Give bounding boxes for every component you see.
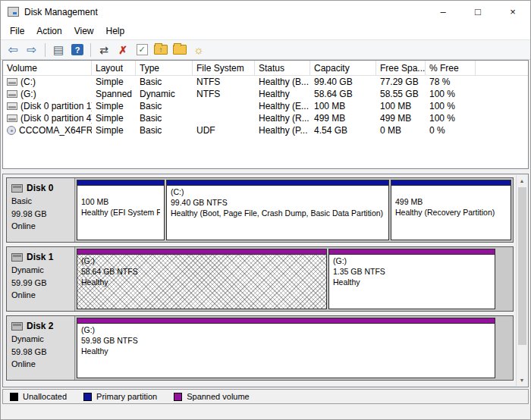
disk-size: 59.98 GB	[11, 346, 70, 359]
volume-row-disk0-part1[interactable]: (Disk 0 partition 1) Simple Basic Health…	[3, 100, 528, 112]
delete-volume-icon[interactable]: ✗	[115, 42, 131, 58]
legend-spanned-volume: Spanned volume	[174, 392, 250, 401]
unallocated-swatch	[10, 393, 18, 401]
layout-cell: Simple	[92, 101, 136, 111]
partition-title	[395, 187, 507, 197]
partition-body: (G:) 59.98 GB NTFS Healthy	[77, 324, 495, 378]
menu-file[interactable]: File	[4, 24, 30, 39]
disk-0-partitions: 100 MB Healthy (EFI System P (C:) 99.40 …	[75, 178, 513, 242]
capacity-cell: 99.40 GB	[310, 77, 376, 87]
drive-icon	[7, 90, 17, 98]
partition-status: Healthy (Boot, Page File, Crash Dump, Ba…	[171, 208, 385, 219]
volume-name-cell: (G:)	[3, 89, 92, 99]
free-space-cell: 58.55 GB	[376, 89, 426, 99]
refresh-icon[interactable]: ⇄	[96, 42, 112, 58]
status-cell: Healthy (E...	[255, 101, 310, 111]
partition-color-bar	[77, 318, 495, 324]
disk-size: 99.98 GB	[11, 208, 70, 221]
volume-row-cccoma[interactable]: CCCOMA_X64FRE... Simple Basic UDF Health…	[3, 124, 528, 136]
show-console-tree-icon[interactable]: ▤	[50, 42, 67, 58]
pct-free-cell: 100 %	[426, 89, 476, 99]
volume-name: CCCOMA_X64FRE...	[19, 125, 92, 136]
partition-size: 499 MB	[395, 197, 507, 208]
disk-1-label[interactable]: Disk 1 Dynamic 59.99 GB Online	[7, 247, 75, 311]
column-header-capacity[interactable]: Capacity	[310, 61, 376, 75]
partition-c[interactable]: (C:) 99.40 GB NTFS Healthy (Boot, Page F…	[166, 180, 389, 240]
disk-status: Online	[11, 358, 70, 371]
disk-1-partitions: (G:) 58.64 GB NTFS Healthy (G:) 1.35 GB …	[75, 247, 513, 311]
disk-icon	[11, 253, 23, 262]
partition-color-bar	[329, 249, 495, 255]
disk-type: Dynamic	[11, 333, 70, 346]
explore-glyph	[173, 45, 187, 55]
vertical-scrollbar[interactable]: ▲ ▼	[516, 175, 527, 386]
partition-status: Healthy	[81, 277, 322, 288]
volume-name-cell: (C:)	[3, 77, 92, 87]
file-system-cell: NTFS	[193, 89, 255, 99]
partition-g-spanned-2[interactable]: (G:) 1.35 GB NTFS Healthy	[328, 249, 495, 309]
scroll-up-icon[interactable]: ▲	[517, 175, 528, 186]
disk-status: Online	[11, 220, 70, 233]
partition-color-bar	[77, 180, 164, 186]
disk-2-label[interactable]: Disk 2 Dynamic 59.98 GB Online	[7, 316, 75, 380]
column-header-status[interactable]: Status	[255, 61, 310, 75]
partition-color-bar	[167, 180, 388, 186]
partition-status: Healthy	[81, 346, 491, 357]
disk-name: Disk 0	[27, 181, 53, 195]
help-icon[interactable]: ?	[69, 42, 86, 58]
volume-name: (G:)	[20, 89, 36, 99]
volume-name: (C:)	[20, 77, 36, 87]
volume-row-g[interactable]: (G:) Spanned Dynamic NTFS Healthy 58.64 …	[3, 88, 528, 100]
column-header-pct-free[interactable]: % Free	[426, 61, 476, 75]
properties-icon[interactable]: ☼	[190, 42, 207, 58]
volume-row-c[interactable]: (C:) Simple Basic NTFS Healthy (B... 99.…	[3, 76, 528, 88]
partition-g-spanned-1[interactable]: (G:) 58.64 GB NTFS Healthy	[77, 249, 327, 309]
scroll-down-icon[interactable]: ▼	[517, 375, 528, 386]
close-button[interactable]: ×	[495, 1, 530, 23]
menu-help[interactable]: Help	[100, 24, 131, 39]
column-header-layout[interactable]: Layout	[92, 61, 136, 75]
capacity-cell: 100 MB	[310, 101, 376, 111]
volume-row-disk0-part4[interactable]: (Disk 0 partition 4) Simple Basic Health…	[3, 112, 528, 124]
disk-0-row: Disk 0 Basic 99.98 GB Online 100 MB Heal…	[6, 177, 514, 243]
file-system-cell: NTFS	[193, 77, 255, 87]
disk-icon	[11, 184, 23, 193]
mark-partition-active-icon[interactable]: ✓	[134, 42, 150, 58]
toolbar-separator	[90, 43, 91, 57]
explore-folder-icon[interactable]	[171, 42, 188, 58]
column-header-free-space[interactable]: Free Spa...	[376, 61, 426, 75]
pct-free-cell: 78 %	[426, 77, 476, 87]
partition-size: 58.64 GB NTFS	[81, 267, 322, 277]
partition-recovery[interactable]: 499 MB Healthy (Recovery Partition)	[391, 180, 511, 240]
drive-icon	[7, 78, 17, 86]
partition-status: Healthy	[333, 277, 491, 288]
partition-efi[interactable]: 100 MB Healthy (EFI System P	[77, 180, 165, 240]
forward-icon[interactable]: ⇨	[24, 42, 40, 58]
menu-view[interactable]: View	[68, 24, 100, 39]
menu-action[interactable]: Action	[30, 24, 68, 39]
maximize-button[interactable]: □	[460, 1, 495, 23]
table-header-row: Volume Layout Type File System Status Ca…	[3, 61, 528, 76]
type-cell: Basic	[136, 113, 193, 124]
column-header-volume[interactable]: Volume	[3, 61, 92, 75]
disk-0-label[interactable]: Disk 0 Basic 99.98 GB Online	[7, 178, 75, 242]
open-folder-icon[interactable]: ↑	[152, 42, 169, 58]
toolbar-separator	[45, 43, 46, 57]
drive-icon	[7, 114, 17, 122]
capacity-cell: 58.64 GB	[310, 89, 376, 99]
free-space-cell: 100 MB	[376, 101, 426, 111]
column-header-type[interactable]: Type	[136, 61, 193, 75]
back-icon[interactable]: ⇦	[5, 42, 21, 58]
partition-g-spanned-3[interactable]: (G:) 59.98 GB NTFS Healthy	[77, 318, 495, 378]
minimize-button[interactable]: –	[426, 1, 460, 23]
legend-label: Primary partition	[96, 392, 157, 401]
disk-size: 59.99 GB	[11, 277, 70, 290]
partition-size: 100 MB	[81, 197, 160, 208]
scrollbar-thumb[interactable]	[518, 187, 526, 345]
help-glyph: ?	[71, 44, 83, 55]
column-header-file-system[interactable]: File System	[193, 61, 255, 75]
toolbar: ⇦ ⇨ ▤ ? ⇄ ✗ ✓ ↑ ☼	[1, 39, 530, 60]
disk-management-window: Disk Management – □ × File Action View H…	[0, 0, 531, 420]
status-cell: Healthy (P...	[255, 125, 310, 136]
volume-name: (Disk 0 partition 4)	[20, 113, 92, 124]
